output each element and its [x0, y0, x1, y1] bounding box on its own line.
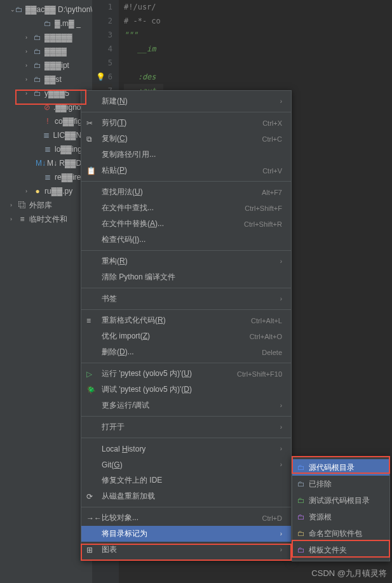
- menu-item[interactable]: →←比较对象...Ctrl+D: [81, 510, 291, 526]
- menu-item[interactable]: ▷运行 'pytest (yolov5 内)'(U)Ctrl+Shift+F10: [81, 366, 291, 382]
- menu-item[interactable]: 书签›: [81, 291, 291, 307]
- menu-shortcut: Ctrl+D: [262, 514, 282, 522]
- chevron-icon: ›: [25, 34, 33, 41]
- menu-item[interactable]: 优化 import(Z)Ctrl+Alt+O: [81, 328, 291, 344]
- menu-icon: ⧉: [86, 135, 102, 144]
- tree-item[interactable]: 🗀▓.m▓ _: [0, 17, 92, 30]
- submenu-item[interactable]: 🗀资源根: [292, 509, 389, 525]
- folder-icon: 🗀: [33, 75, 42, 84]
- menu-item[interactable]: 查找用法(U)Alt+F7: [81, 184, 291, 200]
- config-icon: !: [43, 117, 52, 126]
- menu-shortcut: Ctrl+Alt+L: [251, 317, 282, 325]
- submenu-item[interactable]: 🗀测试源代码根目录: [292, 492, 389, 509]
- menu-item[interactable]: 在文件中替换(A)...Ctrl+Shift+R: [81, 216, 291, 232]
- py-icon: ●: [33, 187, 42, 196]
- menu-item[interactable]: 复制路径/引用...: [81, 147, 291, 163]
- tree-item[interactable]: ≣re▓▓ire▓▓: [0, 170, 92, 184]
- chevron-right-icon: ›: [280, 461, 282, 468]
- tree-item[interactable]: ›🗀▓▓▓ipt: [0, 58, 92, 72]
- menu-item[interactable]: 修复文件上的 IDE: [81, 472, 291, 488]
- menu-label: 删除(D)...: [102, 347, 262, 358]
- chevron-icon: ›: [25, 62, 33, 69]
- menu-item[interactable]: 📋粘贴(P)Ctrl+V: [81, 163, 291, 178]
- menu-item[interactable]: Local History›: [81, 441, 291, 457]
- menu-item[interactable]: ✂剪切(T)Ctrl+X: [81, 115, 291, 131]
- menu-shortcut: Delete: [262, 349, 282, 356]
- menu-icon: ⟳: [86, 492, 102, 501]
- menu-label: 检查代码(I)...: [102, 234, 282, 245]
- menu-label: 重构(R): [102, 256, 278, 267]
- folder-icon: 🗀: [33, 47, 42, 56]
- menu-label: 查找用法(U): [102, 187, 262, 198]
- code-line[interactable]: # -*- co: [124, 14, 163, 28]
- folder-icon: 🗀: [297, 529, 309, 538]
- chevron-right-icon: ›: [280, 424, 282, 431]
- code-line[interactable]: #!/usr/: [124, 0, 163, 14]
- menu-shortcut: Ctrl+Shift+R: [244, 220, 282, 228]
- menu-item[interactable]: 打开于›: [81, 419, 291, 435]
- folder-icon: 🗀: [297, 479, 309, 488]
- menu-label: 书签: [102, 293, 278, 304]
- tree-item[interactable]: M↓M↓ R▓▓DM▓: [0, 156, 92, 170]
- menu-item[interactable]: 检查代码(I)...: [81, 232, 291, 248]
- menu-label: 清除 Python 编译文件: [102, 272, 282, 283]
- tree-label: 外部库: [29, 200, 52, 211]
- tree-item[interactable]: !co▓▓fig.▓: [0, 114, 92, 128]
- folder-icon: 🗀: [297, 496, 309, 505]
- tree-item[interactable]: ›🗀▓▓st: [0, 72, 92, 86]
- submenu-item[interactable]: 🗀已排除: [292, 476, 389, 492]
- folder-icon: 🗀: [297, 513, 309, 521]
- code-line[interactable]: :des: [124, 70, 163, 84]
- menu-label: 更多运行/调试: [102, 400, 278, 411]
- menu-item[interactable]: 将目录标记为›: [81, 526, 291, 542]
- project-tree: ⌄ 🗀 ▓▓ac▓▓ D:\python\cracker 🗀▓.m▓ _›🗀▓▓…: [0, 0, 92, 583]
- tree-item[interactable]: ›🗀▓▓▓▓▓: [0, 30, 92, 44]
- tree-item[interactable]: ›🗀▓▓▓▓: [0, 44, 92, 58]
- menu-label: 打开于: [102, 422, 278, 432]
- menu-item[interactable]: 新建(N)›: [81, 93, 291, 109]
- menu-item[interactable]: 清除 Python 编译文件: [81, 269, 291, 285]
- txt-icon: ≣: [43, 145, 52, 154]
- chevron-right-icon: ›: [280, 98, 282, 105]
- chevron-right-icon: ›: [280, 530, 282, 537]
- menu-shortcut: Ctrl+Shift+F10: [237, 370, 282, 378]
- menu-label: 从磁盘重新加载: [102, 491, 282, 502]
- code-line[interactable]: [124, 56, 163, 70]
- menu-label: Git(G): [102, 460, 278, 469]
- menu-label: 剪切(T): [102, 117, 262, 128]
- tree-item[interactable]: ≣LIC▓▓NS▓: [0, 128, 92, 142]
- menu-item[interactable]: 删除(D)...Delete: [81, 344, 291, 360]
- menu-item[interactable]: ⧉复制(C)Ctrl+C: [81, 131, 291, 147]
- chevron-right-icon: ›: [280, 445, 282, 452]
- chevron-down-icon: ⌄: [10, 6, 15, 13]
- tree-root[interactable]: ⌄ 🗀 ▓▓ac▓▓ D:\python\cracker: [0, 3, 92, 17]
- menu-item[interactable]: ⟳从磁盘重新加载: [81, 488, 291, 504]
- menu-item[interactable]: ≡重新格式化代码(R)Ctrl+Alt+L: [81, 312, 291, 328]
- tree-item[interactable]: ≣lo▓▓ing▓: [0, 142, 92, 156]
- menu-item[interactable]: 🪲调试 'pytest (yolov5 内)'(D): [81, 382, 291, 398]
- scratches[interactable]: › ≡ 临时文件和: [0, 212, 92, 226]
- menu-shortcut: Ctrl+C: [262, 135, 282, 143]
- external-libs[interactable]: › ⿻ 外部库: [0, 198, 92, 212]
- code-line[interactable]: __im: [124, 42, 163, 56]
- menu-item[interactable]: 更多运行/调试›: [81, 398, 291, 413]
- scratch-icon: ≡: [18, 215, 27, 224]
- menu-item[interactable]: Git(G)›: [81, 457, 291, 472]
- menu-shortcut: Ctrl+X: [262, 119, 282, 127]
- folder-icon: 🗀: [43, 19, 52, 28]
- watermark: CSDN @九月镇灵将: [311, 568, 387, 579]
- menu-item[interactable]: 重构(R)›: [81, 253, 291, 269]
- menu-label: 重新格式化代码(R): [102, 315, 251, 326]
- highlight-annotation: [15, 90, 86, 105]
- menu-label: 优化 import(Z): [102, 331, 250, 342]
- menu-item[interactable]: 在文件中查找...Ctrl+Shift+F: [81, 200, 291, 216]
- md-icon: M↓: [36, 159, 44, 168]
- menu-label: 复制路径/引用...: [102, 149, 282, 160]
- code-line[interactable]: """: [124, 28, 163, 42]
- txt-icon: ≣: [43, 173, 52, 182]
- bulb-icon[interactable]: 💡: [96, 70, 105, 84]
- tree-item[interactable]: ›●ru▓▓.py: [0, 184, 92, 198]
- line-number: 5: [92, 56, 112, 70]
- context-menu: 新建(N)›✂剪切(T)Ctrl+X⧉复制(C)Ctrl+C复制路径/引用...…: [81, 90, 292, 561]
- tree-label: ▓.m▓ _: [55, 19, 81, 28]
